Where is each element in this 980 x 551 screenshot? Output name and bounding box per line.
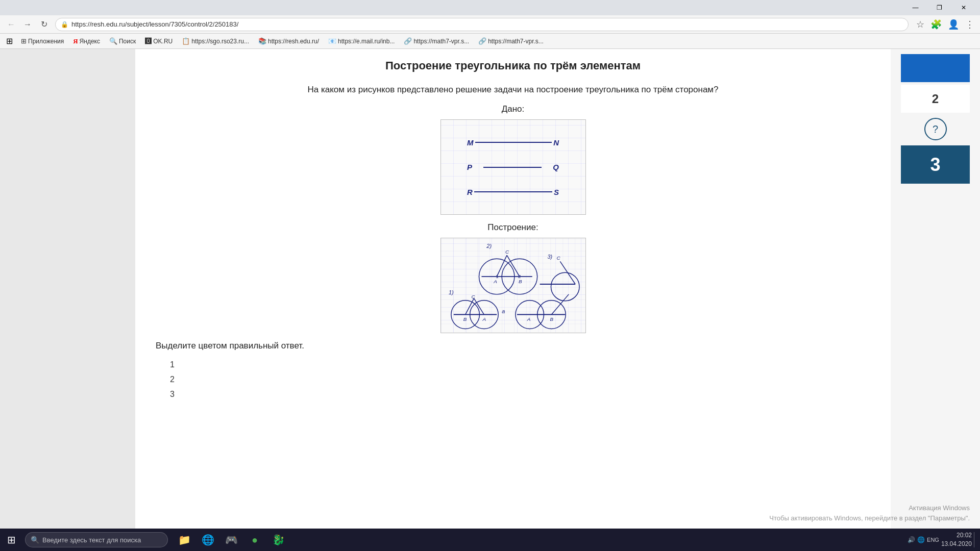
bookmarks-bar: ⊞ ⊞ Приложения Я Яндекс 🔍 Поиск 🅾 OK.RU …	[0, 34, 980, 49]
page-title: Построение треугольника по трём элемента…	[156, 59, 870, 72]
question-text: На каком из рисунков представлено решени…	[156, 83, 870, 96]
svg-text:B: B	[550, 316, 553, 322]
given-diagram: M N P Q R S	[440, 119, 586, 215]
segment-RS: R S	[467, 188, 559, 196]
bookmark-mail[interactable]: 📧 https://e.mail.ru/inb...	[325, 36, 398, 46]
minimize-button[interactable]: —	[904, 0, 927, 15]
left-sidebar	[0, 49, 135, 529]
question-number-badge: 2	[901, 85, 970, 113]
construction-diagram-grid: 2) 1 2 A B C	[441, 238, 585, 333]
window-controls: — ❐ ✕	[904, 0, 975, 15]
extensions-icon[interactable]: 🧩	[929, 17, 943, 32]
taskbar-search[interactable]: 🔍 Введите здесь текст для поиска	[25, 532, 168, 547]
windows-activation: Активация Windows Чтобы активировать Win…	[769, 503, 970, 523]
browser-chrome: — ❐ ✕ ← → ↻ 🔒 https://resh.edu.ru/subjec…	[0, 0, 980, 49]
taskbar: ⊞ 🔍 Введите здесь текст для поиска 📁 🌐 🎮…	[0, 529, 980, 551]
nav-right-icons: ☆ 🧩 👤 ⋮	[915, 17, 976, 32]
bookmark-yandex[interactable]: Я Яндекс	[70, 36, 103, 46]
svg-text:B: B	[463, 316, 467, 322]
select-answer-text: Выделите цветом правильный ответ.	[156, 341, 870, 351]
bookmark-resh[interactable]: 📚 https://resh.edu.ru/	[255, 36, 322, 46]
taskbar-time[interactable]: 20:02 13.04.2020	[941, 531, 972, 548]
svg-text:3): 3)	[547, 254, 552, 260]
bookmark-sgo[interactable]: 📋 https://sgo.rso23.ru...	[179, 36, 252, 46]
help-button[interactable]: ?	[924, 118, 947, 140]
apps-grid-icon[interactable]: ⊞	[4, 35, 15, 47]
refresh-button[interactable]: ↻	[37, 17, 51, 32]
lock-icon: 🔒	[61, 21, 68, 28]
bookmark-prilojeniya[interactable]: ⊞ Приложения	[18, 36, 67, 46]
profile-icon[interactable]: 👤	[946, 17, 961, 32]
segment-MN: M N	[467, 138, 559, 147]
page-wrapper: Построение треугольника по трём элемента…	[0, 49, 980, 529]
svg-text:C: C	[556, 256, 560, 261]
menu-icon[interactable]: ⋮	[964, 17, 976, 32]
question-nav-button-top[interactable]	[901, 54, 970, 82]
right-sidebar: 2 ? 3	[891, 49, 980, 529]
construction-svg: 2) 1 2 A B C	[441, 238, 585, 333]
address-bar[interactable]: 🔒 https://resh.edu.ru/subject/lesson/730…	[55, 18, 909, 31]
svg-text:2): 2)	[486, 243, 492, 249]
volume-icon[interactable]: 🔊	[908, 536, 915, 543]
taskbar-fileexplorer[interactable]: 📁	[173, 529, 195, 551]
answer-option-2[interactable]: 2	[166, 373, 870, 386]
url-text: https://resh.edu.ru/subject/lesson/7305/…	[71, 20, 238, 28]
keyboard-icon: ENG	[927, 537, 939, 543]
svg-text:A: A	[482, 316, 486, 322]
dado-diagram-grid: M N P Q R S	[441, 120, 585, 214]
svg-text:C: C	[505, 249, 509, 255]
taskbar-chrome[interactable]: ●	[243, 529, 266, 551]
answer-options: 1 2 3	[166, 359, 870, 400]
answer-option-3[interactable]: 3	[166, 388, 870, 400]
active-question-badge[interactable]: 3	[901, 145, 970, 184]
svg-rect-0	[441, 239, 585, 333]
segment-PQ: P Q	[467, 163, 559, 171]
given-label: Дано:	[156, 104, 870, 114]
main-content: Построение треугольника по трём элемента…	[135, 49, 891, 529]
maximize-button[interactable]: ❐	[928, 0, 951, 15]
network-icon[interactable]: 🌐	[917, 536, 925, 543]
taskbar-app4[interactable]: 🐉	[267, 529, 289, 551]
construction-diagram: 2) 1 2 A B C	[440, 238, 586, 333]
forward-button[interactable]: →	[20, 17, 35, 32]
taskbar-steam[interactable]: 🎮	[220, 529, 242, 551]
bookmark-math2[interactable]: 🔗 https://math7-vpr.s...	[475, 36, 547, 46]
back-button[interactable]: ←	[4, 17, 18, 32]
svg-text:A: A	[493, 279, 497, 284]
nav-bar: ← → ↻ 🔒 https://resh.edu.ru/subject/less…	[0, 15, 980, 34]
construction-label: Построение:	[156, 222, 870, 233]
close-button[interactable]: ✕	[952, 0, 975, 15]
bookmark-okru[interactable]: 🅾 OK.RU	[142, 36, 176, 46]
svg-text:1): 1)	[448, 289, 453, 295]
svg-text:B: B	[518, 279, 522, 284]
bookmark-math1[interactable]: 🔗 https://math7-vpr.s...	[401, 36, 472, 46]
start-button[interactable]: ⊞	[0, 529, 22, 551]
bookmark-star-icon[interactable]: ☆	[915, 17, 926, 32]
bookmark-search[interactable]: 🔍 Поиск	[106, 36, 139, 46]
svg-text:A: A	[526, 316, 530, 322]
show-desktop-icon[interactable]	[974, 532, 976, 547]
svg-text:a: a	[502, 308, 505, 314]
taskbar-edge[interactable]: 🌐	[197, 529, 219, 551]
answer-option-1[interactable]: 1	[166, 359, 870, 371]
taskbar-right: 🔊 🌐 ENG 20:02 13.04.2020	[908, 531, 980, 548]
title-bar: — ❐ ✕	[0, 0, 980, 15]
taskbar-apps: 📁 🌐 🎮 ● 🐉	[173, 529, 289, 551]
